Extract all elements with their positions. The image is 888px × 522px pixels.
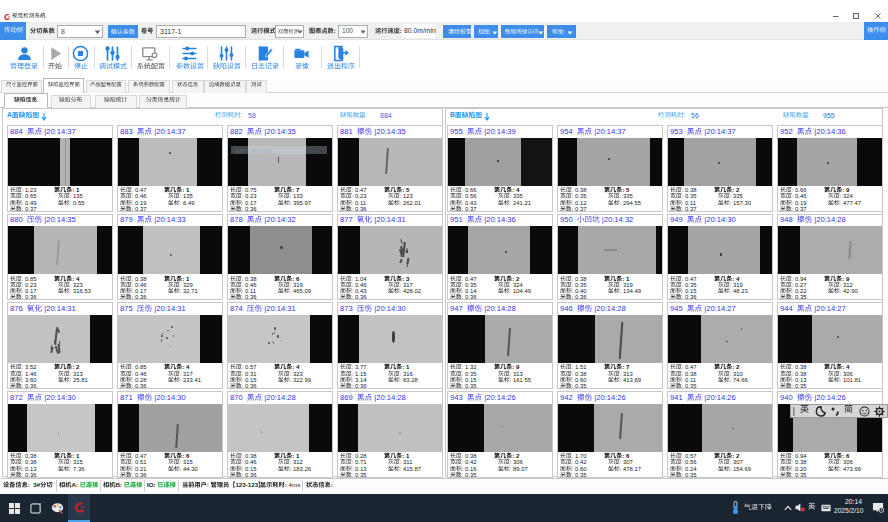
svg-text:32.71: 32.71 — [181, 288, 197, 294]
svg-text:0.38: 0.38 — [573, 187, 587, 193]
svg-text:0.37: 0.37 — [683, 205, 696, 211]
svg-text:104.49: 104.49 — [511, 288, 531, 294]
svg-text:0.46: 0.46 — [353, 282, 367, 288]
svg-text:|20:14:26: |20:14:26 — [482, 393, 516, 402]
svg-text:478.17: 478.17 — [621, 465, 641, 471]
svg-text:413.69: 413.69 — [621, 377, 641, 383]
svg-text:0.37: 0.37 — [573, 205, 586, 211]
svg-text:0.38: 0.38 — [463, 453, 477, 459]
svg-text:5: 5 — [624, 186, 630, 193]
svg-text:310: 310 — [731, 370, 743, 376]
svg-text:0.47: 0.47 — [463, 275, 476, 281]
svg-text:0.36: 0.36 — [353, 294, 367, 300]
svg-text:877: 877 — [340, 215, 357, 224]
svg-text:0.35: 0.35 — [463, 282, 477, 288]
svg-text:0.11: 0.11 — [683, 377, 696, 383]
svg-text:0.71: 0.71 — [353, 459, 366, 465]
svg-text:329: 329 — [181, 282, 192, 288]
svg-text:319: 319 — [621, 282, 632, 288]
svg-text:2: 2 — [734, 452, 740, 459]
svg-text:|20:14:35: |20:14:35 — [42, 215, 76, 224]
svg-text:0.35: 0.35 — [463, 472, 477, 478]
svg-text:|20:14:35: |20:14:35 — [262, 127, 296, 136]
svg-text:313: 313 — [71, 370, 83, 376]
svg-text:294.55: 294.55 — [621, 199, 641, 205]
svg-text:0.17: 0.17 — [23, 288, 36, 294]
svg-text:0.12: 0.12 — [573, 199, 586, 205]
svg-text:0.36: 0.36 — [353, 205, 367, 211]
svg-text:|20:14:27: |20:14:27 — [812, 304, 846, 313]
svg-text:0.19: 0.19 — [793, 199, 806, 205]
svg-text:0.47: 0.47 — [133, 187, 146, 193]
svg-text:477.47: 477.47 — [841, 199, 861, 205]
svg-text:870: 870 — [230, 393, 247, 402]
svg-text:0.43: 0.43 — [463, 199, 477, 205]
svg-text:0.11: 0.11 — [243, 288, 256, 294]
svg-text:157.30: 157.30 — [731, 199, 751, 205]
svg-text:335: 335 — [621, 193, 633, 199]
svg-text:241.21: 241.21 — [511, 199, 531, 205]
svg-text:0.60: 0.60 — [573, 377, 587, 383]
svg-text:0.24: 0.24 — [683, 465, 697, 471]
svg-text:0.23: 0.23 — [243, 193, 257, 199]
svg-text:871: 871 — [120, 393, 137, 402]
svg-text:315: 315 — [181, 459, 193, 465]
svg-text:0.17: 0.17 — [243, 199, 256, 205]
svg-text:161.55: 161.55 — [511, 377, 531, 383]
svg-text:0.35: 0.35 — [353, 472, 367, 478]
svg-text:0.38: 0.38 — [573, 370, 587, 376]
svg-text:0.20: 0.20 — [793, 465, 807, 471]
svg-text:415.87: 415.87 — [401, 465, 421, 471]
svg-text:0.36: 0.36 — [243, 205, 257, 211]
svg-text:0.35: 0.35 — [573, 383, 587, 389]
svg-text:0.28: 0.28 — [133, 377, 147, 383]
svg-text:|20:14:26: |20:14:26 — [702, 393, 736, 402]
svg-text:0.35: 0.35 — [573, 193, 587, 199]
svg-text:5: 5 — [404, 186, 410, 193]
svg-text:0.11: 0.11 — [683, 199, 696, 205]
svg-text:|20:14:39: |20:14:39 — [482, 127, 516, 136]
svg-text:951: 951 — [450, 215, 467, 224]
svg-text:0.43: 0.43 — [353, 288, 367, 294]
svg-text:948: 948 — [780, 215, 797, 224]
svg-text:0.36: 0.36 — [463, 294, 477, 300]
svg-text:2025/2/10: 2025/2/10 — [834, 507, 864, 514]
svg-text:6: 6 — [294, 274, 300, 281]
svg-text:|20:14:36: |20:14:36 — [812, 127, 846, 136]
svg-text:0.13: 0.13 — [353, 465, 367, 471]
svg-text:6: 6 — [844, 452, 850, 459]
svg-text:|20:14:28: |20:14:28 — [812, 215, 846, 224]
svg-text:133: 133 — [291, 193, 303, 199]
svg-text:123-123: 123-123 — [235, 481, 258, 488]
svg-text:0.23: 0.23 — [353, 193, 367, 199]
svg-text:324: 324 — [511, 282, 523, 288]
svg-text:0.46: 0.46 — [133, 282, 147, 288]
svg-text:3117-1: 3117-1 — [160, 27, 181, 34]
svg-text:|20:14:28: |20:14:28 — [592, 304, 626, 313]
svg-text:882: 882 — [230, 127, 247, 136]
svg-text:313: 313 — [621, 370, 633, 376]
svg-text:955: 955 — [450, 127, 467, 136]
svg-text:233.41: 233.41 — [181, 377, 201, 383]
svg-text:3#: 3# — [30, 481, 41, 488]
svg-text:0.46: 0.46 — [243, 459, 257, 465]
svg-text:0.36: 0.36 — [683, 294, 697, 300]
svg-text:954: 954 — [560, 127, 577, 136]
svg-text:316: 316 — [401, 370, 413, 376]
svg-text:262.01: 262.01 — [401, 199, 421, 205]
svg-text:58: 58 — [248, 111, 256, 118]
svg-text:0.46: 0.46 — [133, 193, 147, 199]
svg-text:0.36: 0.36 — [23, 472, 37, 478]
svg-text:134.49: 134.49 — [621, 288, 641, 294]
svg-text:|20:14:37: |20:14:37 — [42, 127, 76, 136]
svg-text:0.46: 0.46 — [133, 370, 147, 376]
svg-text:307: 307 — [731, 459, 742, 465]
svg-text:0.35: 0.35 — [463, 383, 477, 389]
svg-text:0.46: 0.46 — [793, 193, 807, 199]
svg-text:943: 943 — [450, 393, 467, 402]
svg-text:0.36: 0.36 — [23, 383, 37, 389]
svg-text:183.26: 183.26 — [291, 465, 311, 471]
svg-text:0.57: 0.57 — [243, 364, 256, 370]
svg-text:135: 135 — [71, 193, 83, 199]
svg-text:0.14: 0.14 — [463, 288, 477, 294]
